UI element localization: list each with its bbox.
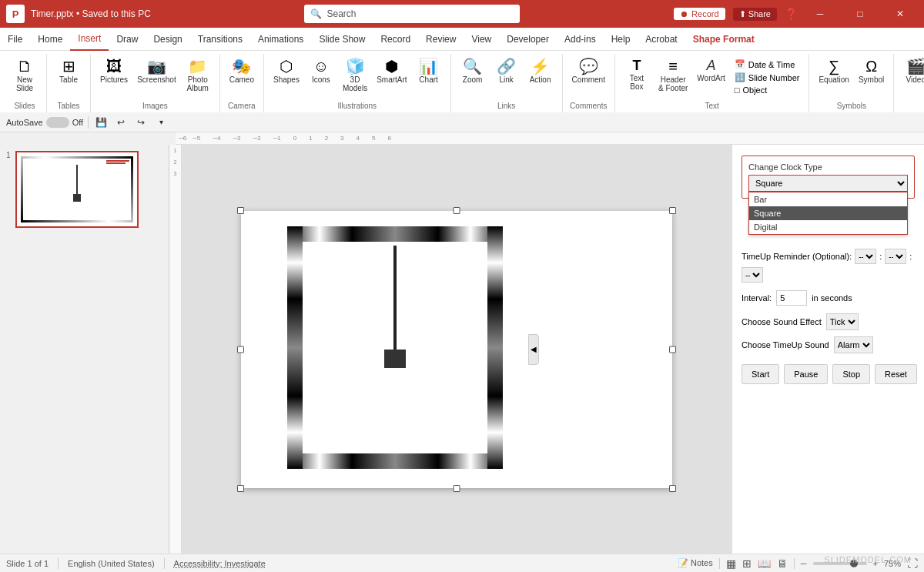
tab-developer[interactable]: Developer <box>499 28 557 51</box>
handle-tr[interactable] <box>669 207 676 214</box>
help-icon[interactable]: ❓ <box>785 8 798 20</box>
timeup-m-select[interactable]: -- <box>885 249 906 264</box>
view-normal[interactable]: ▦ <box>726 557 736 570</box>
ribbon-item-video[interactable]: 🎬 Video <box>900 57 924 85</box>
handle-mr[interactable] <box>669 346 676 353</box>
ribbon-item-table[interactable]: ⊞ Table <box>53 57 84 85</box>
view-reading[interactable]: 📖 <box>758 557 771 570</box>
handle-tl[interactable] <box>237 207 244 214</box>
ribbon-item-textbox[interactable]: T TextBox <box>621 57 652 92</box>
tab-design[interactable]: Design <box>146 28 189 51</box>
ribbon-item-wordart[interactable]: A WordArt <box>694 57 728 84</box>
dropdown-item-square[interactable]: Square <box>749 206 907 220</box>
datetime-icon: 📅 <box>735 59 745 69</box>
ribbon-item-zoom[interactable]: 🔍 Zoom <box>457 57 488 85</box>
undo-button[interactable]: ↩ <box>113 115 129 130</box>
timeup-reminder-row: TimeUp Reminder (Optional): -- : -- : -- <box>742 249 915 283</box>
ribbon-item-cameo[interactable]: 🎭 Cameo <box>226 57 257 85</box>
ribbon-group-text: T TextBox ≡ Header& Footer A WordArt 📅 D… <box>615 54 810 112</box>
title-bar: P Timer.pptx • Saved to this PC 🔍 Search… <box>0 0 924 28</box>
canvas-with-ruler: 123 <box>169 145 924 554</box>
ribbon-item-shapes[interactable]: ⬡ Shapes <box>270 57 303 85</box>
ribbon-item-equation[interactable]: ∑ Equation <box>815 57 852 85</box>
ribbon-item-3d-models[interactable]: 🧊 3DModels <box>340 57 370 94</box>
zoom-out-button[interactable]: ─ <box>801 559 807 568</box>
ribbon-item-header-footer[interactable]: ≡ Header& Footer <box>655 57 691 94</box>
notes-button[interactable]: 📝 Notes <box>678 558 713 568</box>
tab-view[interactable]: View <box>464 28 499 51</box>
tab-slideshow[interactable]: Slide Show <box>311 28 373 51</box>
accessibility[interactable]: Accessibility: Investigate <box>174 559 266 568</box>
autosave-state: Off <box>72 118 83 127</box>
dropdown-item-bar[interactable]: Bar <box>749 192 907 206</box>
3d-models-icon: 🧊 <box>346 59 365 74</box>
slide-thumbnail[interactable] <box>15 151 139 228</box>
search-box[interactable]: 🔍 Search <box>304 5 520 23</box>
search-area: 🔍 Search <box>151 5 674 23</box>
timeup-s-select[interactable]: -- <box>742 267 763 283</box>
interval-input[interactable] <box>776 290 807 306</box>
icons-icon: ☺ <box>313 59 329 74</box>
symbol-icon: Ω <box>865 59 877 74</box>
reset-button[interactable]: Reset <box>875 364 917 384</box>
chart-icon: 📊 <box>419 59 438 74</box>
ribbon-item-slide-number[interactable]: 🔢 Slide Number <box>732 72 803 83</box>
tab-help[interactable]: Help <box>604 28 638 51</box>
tab-animations[interactable]: Animations <box>250 28 311 51</box>
handle-bl[interactable] <box>237 485 244 492</box>
view-presenter[interactable]: 🖥 <box>777 557 788 570</box>
autosave-toggle[interactable]: AutoSave Off <box>6 117 83 128</box>
ribbon-item-datetime[interactable]: 📅 Date & Time <box>732 59 803 70</box>
handle-tc[interactable] <box>454 207 460 214</box>
clock-type-dropdown-list: Bar Square Digital <box>748 192 908 235</box>
tab-review[interactable]: Review <box>418 28 464 51</box>
ribbon-item-symbol[interactable]: Ω Symbol <box>855 57 887 85</box>
svg-rect-1 <box>287 453 503 469</box>
ribbon-item-chart[interactable]: 📊 Chart <box>413 57 444 85</box>
record-button[interactable]: ⏺ Record <box>674 8 725 20</box>
tab-transitions[interactable]: Transitions <box>190 28 250 51</box>
dropdown-item-digital[interactable]: Digital <box>749 220 907 234</box>
ribbon-item-icons[interactable]: ☺ Icons <box>306 57 336 85</box>
panel-collapse-arrow[interactable]: ◀ <box>528 334 539 365</box>
ribbon-item-screenshot[interactable]: 📷 Screenshot <box>134 57 179 85</box>
share-button[interactable]: ⬆ Share <box>733 8 777 21</box>
handle-bc[interactable] <box>454 485 460 492</box>
ribbon-item-action[interactable]: ⚡ Action <box>525 57 556 85</box>
ribbon-item-object[interactable]: □ Object <box>732 85 803 95</box>
timeup-sound-select[interactable]: Alarm <box>834 336 873 353</box>
ribbon-item-new-slide[interactable]: 🗋 NewSlide <box>9 57 40 94</box>
pause-button[interactable]: Pause <box>784 364 828 384</box>
tab-home[interactable]: Home <box>30 28 70 51</box>
ribbon-group-label-comments: Comments <box>570 102 607 112</box>
close-button[interactable]: ✕ <box>882 0 918 28</box>
tab-addins[interactable]: Add-ins <box>557 28 604 51</box>
ribbon-item-pictures[interactable]: 🖼 Pictures <box>97 57 131 85</box>
minimize-button[interactable]: ─ <box>802 0 838 28</box>
ribbon-item-smartart[interactable]: ⬢ SmartArt <box>373 57 410 85</box>
tab-shape-format[interactable]: Shape Format <box>685 28 762 51</box>
sound-effect-select[interactable]: Tick <box>826 313 859 330</box>
slide-canvas[interactable] <box>241 211 672 488</box>
tab-file[interactable]: File <box>0 28 30 51</box>
canvas-area: ◀ <box>182 145 732 554</box>
tab-record[interactable]: Record <box>373 28 418 51</box>
tab-acrobat[interactable]: Acrobat <box>638 28 685 51</box>
ribbon-item-link[interactable]: 🔗 Link <box>491 57 522 85</box>
stop-button[interactable]: Stop <box>832 364 870 384</box>
save-button[interactable]: 💾 <box>93 115 109 130</box>
redo-button[interactable]: ↪ <box>133 115 149 130</box>
more-commands[interactable]: ▾ <box>153 115 169 130</box>
start-button[interactable]: Start <box>742 364 779 384</box>
tab-draw[interactable]: Draw <box>109 28 146 51</box>
restore-button[interactable]: □ <box>842 0 878 28</box>
view-slide-sorter[interactable]: ⊞ <box>742 557 752 570</box>
autosave-switch[interactable] <box>46 117 69 128</box>
timeup-h-select[interactable]: -- <box>855 249 876 264</box>
handle-br[interactable] <box>669 485 676 492</box>
clock-type-select[interactable]: Bar Square Digital <box>748 175 908 192</box>
ribbon-item-comment[interactable]: 💬 Comment <box>569 57 608 85</box>
tab-insert[interactable]: Insert <box>70 28 109 51</box>
handle-ml[interactable] <box>237 346 244 353</box>
ribbon-item-photo-album[interactable]: 📁 PhotoAlbum <box>182 57 213 94</box>
